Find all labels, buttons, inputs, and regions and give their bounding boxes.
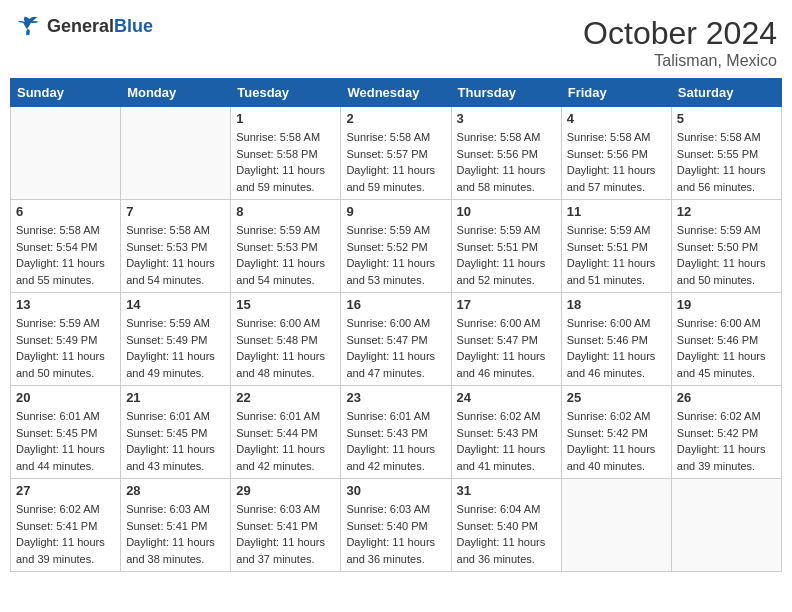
table-row: 26Sunrise: 6:02 AMSunset: 5:42 PMDayligh… [671,386,781,479]
table-row: 15Sunrise: 6:00 AMSunset: 5:48 PMDayligh… [231,293,341,386]
table-row: 6Sunrise: 5:58 AMSunset: 5:54 PMDaylight… [11,200,121,293]
table-row: 3Sunrise: 5:58 AMSunset: 5:56 PMDaylight… [451,107,561,200]
location-subtitle: Talisman, Mexico [583,52,777,70]
table-row: 1Sunrise: 5:58 AMSunset: 5:58 PMDaylight… [231,107,341,200]
table-row: 7Sunrise: 5:58 AMSunset: 5:53 PMDaylight… [121,200,231,293]
logo-general: General [47,16,114,36]
day-number: 13 [16,297,115,312]
table-row: 20Sunrise: 6:01 AMSunset: 5:45 PMDayligh… [11,386,121,479]
table-row [561,479,671,572]
month-title: October 2024 [583,15,777,52]
day-info: Sunrise: 5:59 AMSunset: 5:52 PMDaylight:… [346,222,445,288]
day-number: 12 [677,204,776,219]
day-number: 18 [567,297,666,312]
table-row: 19Sunrise: 6:00 AMSunset: 5:46 PMDayligh… [671,293,781,386]
day-info: Sunrise: 5:59 AMSunset: 5:51 PMDaylight:… [567,222,666,288]
table-row: 23Sunrise: 6:01 AMSunset: 5:43 PMDayligh… [341,386,451,479]
header-saturday: Saturday [671,79,781,107]
day-info: Sunrise: 5:59 AMSunset: 5:49 PMDaylight:… [126,315,225,381]
day-number: 4 [567,111,666,126]
header-sunday: Sunday [11,79,121,107]
day-info: Sunrise: 5:59 AMSunset: 5:49 PMDaylight:… [16,315,115,381]
day-number: 11 [567,204,666,219]
day-info: Sunrise: 5:58 AMSunset: 5:55 PMDaylight:… [677,129,776,195]
day-number: 30 [346,483,445,498]
day-number: 10 [457,204,556,219]
day-info: Sunrise: 6:01 AMSunset: 5:44 PMDaylight:… [236,408,335,474]
day-number: 8 [236,204,335,219]
table-row: 29Sunrise: 6:03 AMSunset: 5:41 PMDayligh… [231,479,341,572]
day-info: Sunrise: 6:01 AMSunset: 5:45 PMDaylight:… [16,408,115,474]
header-monday: Monday [121,79,231,107]
day-number: 20 [16,390,115,405]
table-row [671,479,781,572]
logo-text: GeneralBlue [47,16,153,37]
calendar-week-row: 13Sunrise: 5:59 AMSunset: 5:49 PMDayligh… [11,293,782,386]
day-info: Sunrise: 6:03 AMSunset: 5:41 PMDaylight:… [236,501,335,567]
table-row: 21Sunrise: 6:01 AMSunset: 5:45 PMDayligh… [121,386,231,479]
header-tuesday: Tuesday [231,79,341,107]
day-number: 26 [677,390,776,405]
table-row: 30Sunrise: 6:03 AMSunset: 5:40 PMDayligh… [341,479,451,572]
header-thursday: Thursday [451,79,561,107]
day-number: 31 [457,483,556,498]
table-row: 18Sunrise: 6:00 AMSunset: 5:46 PMDayligh… [561,293,671,386]
header-wednesday: Wednesday [341,79,451,107]
day-info: Sunrise: 5:58 AMSunset: 5:57 PMDaylight:… [346,129,445,195]
day-info: Sunrise: 5:59 AMSunset: 5:51 PMDaylight:… [457,222,556,288]
table-row: 31Sunrise: 6:04 AMSunset: 5:40 PMDayligh… [451,479,561,572]
day-number: 6 [16,204,115,219]
table-row: 8Sunrise: 5:59 AMSunset: 5:53 PMDaylight… [231,200,341,293]
day-number: 29 [236,483,335,498]
day-info: Sunrise: 6:02 AMSunset: 5:41 PMDaylight:… [16,501,115,567]
day-info: Sunrise: 6:02 AMSunset: 5:42 PMDaylight:… [567,408,666,474]
table-row: 25Sunrise: 6:02 AMSunset: 5:42 PMDayligh… [561,386,671,479]
day-number: 27 [16,483,115,498]
day-number: 21 [126,390,225,405]
day-number: 16 [346,297,445,312]
day-info: Sunrise: 5:58 AMSunset: 5:53 PMDaylight:… [126,222,225,288]
calendar-week-row: 20Sunrise: 6:01 AMSunset: 5:45 PMDayligh… [11,386,782,479]
day-number: 25 [567,390,666,405]
day-number: 9 [346,204,445,219]
day-info: Sunrise: 6:01 AMSunset: 5:43 PMDaylight:… [346,408,445,474]
calendar-week-row: 27Sunrise: 6:02 AMSunset: 5:41 PMDayligh… [11,479,782,572]
day-info: Sunrise: 5:58 AMSunset: 5:56 PMDaylight:… [457,129,556,195]
day-info: Sunrise: 6:02 AMSunset: 5:43 PMDaylight:… [457,408,556,474]
day-info: Sunrise: 6:03 AMSunset: 5:40 PMDaylight:… [346,501,445,567]
day-info: Sunrise: 6:04 AMSunset: 5:40 PMDaylight:… [457,501,556,567]
title-section: October 2024 Talisman, Mexico [583,15,777,70]
header-friday: Friday [561,79,671,107]
table-row: 10Sunrise: 5:59 AMSunset: 5:51 PMDayligh… [451,200,561,293]
table-row [11,107,121,200]
day-number: 14 [126,297,225,312]
day-info: Sunrise: 5:58 AMSunset: 5:54 PMDaylight:… [16,222,115,288]
day-number: 23 [346,390,445,405]
table-row: 28Sunrise: 6:03 AMSunset: 5:41 PMDayligh… [121,479,231,572]
table-row: 9Sunrise: 5:59 AMSunset: 5:52 PMDaylight… [341,200,451,293]
day-number: 15 [236,297,335,312]
day-number: 2 [346,111,445,126]
table-row: 5Sunrise: 5:58 AMSunset: 5:55 PMDaylight… [671,107,781,200]
table-row: 12Sunrise: 5:59 AMSunset: 5:50 PMDayligh… [671,200,781,293]
day-info: Sunrise: 6:00 AMSunset: 5:47 PMDaylight:… [346,315,445,381]
day-number: 5 [677,111,776,126]
table-row [121,107,231,200]
table-row: 2Sunrise: 5:58 AMSunset: 5:57 PMDaylight… [341,107,451,200]
day-info: Sunrise: 6:00 AMSunset: 5:46 PMDaylight:… [677,315,776,381]
day-number: 7 [126,204,225,219]
day-number: 3 [457,111,556,126]
table-row: 4Sunrise: 5:58 AMSunset: 5:56 PMDaylight… [561,107,671,200]
day-number: 22 [236,390,335,405]
logo-bird-icon [15,15,43,37]
page-header: GeneralBlue October 2024 Talisman, Mexic… [10,10,782,70]
day-info: Sunrise: 6:03 AMSunset: 5:41 PMDaylight:… [126,501,225,567]
table-row: 27Sunrise: 6:02 AMSunset: 5:41 PMDayligh… [11,479,121,572]
day-number: 19 [677,297,776,312]
day-info: Sunrise: 6:01 AMSunset: 5:45 PMDaylight:… [126,408,225,474]
table-row: 11Sunrise: 5:59 AMSunset: 5:51 PMDayligh… [561,200,671,293]
table-row: 13Sunrise: 5:59 AMSunset: 5:49 PMDayligh… [11,293,121,386]
calendar-table: Sunday Monday Tuesday Wednesday Thursday… [10,78,782,572]
calendar-header-row: Sunday Monday Tuesday Wednesday Thursday… [11,79,782,107]
day-info: Sunrise: 5:58 AMSunset: 5:58 PMDaylight:… [236,129,335,195]
